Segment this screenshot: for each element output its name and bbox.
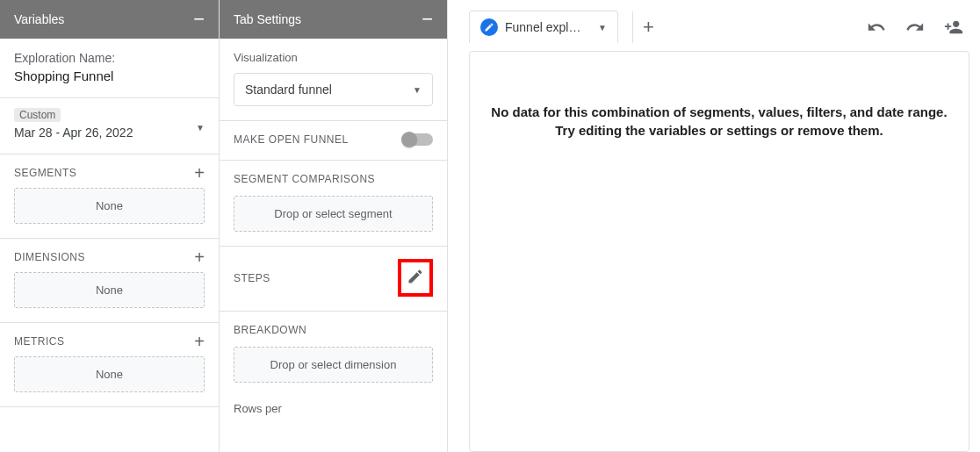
visualization-select[interactable]: Standard funnel ▼ <box>234 73 433 106</box>
exploration-name-label: Exploration Name: <box>14 51 205 65</box>
date-range-picker[interactable]: Custom Mar 28 - Apr 26, 2022 ▼ <box>0 98 219 154</box>
open-funnel-toggle[interactable] <box>403 133 433 146</box>
add-metric-button[interactable]: + <box>194 335 205 348</box>
date-custom-badge: Custom <box>14 108 61 122</box>
variables-panel: Variables − Exploration Name: Shopping F… <box>0 0 220 452</box>
visualization-value: Standard funnel <box>245 83 332 97</box>
exploration-name-value: Shopping Funnel <box>14 68 205 83</box>
visualization-section: Visualization Standard funnel ▼ <box>220 39 447 121</box>
dimensions-label: DIMENSIONS <box>14 251 85 263</box>
pencil-icon <box>407 268 424 285</box>
tab-pencil-icon <box>480 18 498 36</box>
redo-icon <box>905 18 925 37</box>
dimensions-dropzone[interactable]: None <box>14 272 205 308</box>
undo-button[interactable] <box>861 11 892 43</box>
date-range-value: Mar 28 - Apr 26, 2022 <box>14 126 205 140</box>
chevron-down-icon: ▼ <box>598 23 607 32</box>
redo-button[interactable] <box>899 11 931 43</box>
rows-per-label: Rows per <box>220 390 447 419</box>
metrics-label: METRICS <box>14 335 65 348</box>
variables-title: Variables <box>14 12 64 26</box>
dimensions-section: DIMENSIONS + None <box>0 239 219 323</box>
visualization-label: Visualization <box>234 51 433 64</box>
tab-settings-header: Tab Settings − <box>220 0 447 39</box>
breakdown-label: BREAKDOWN <box>234 324 433 336</box>
chevron-down-icon: ▼ <box>196 123 205 133</box>
steps-label: STEPS <box>234 272 270 284</box>
add-dimension-button[interactable]: + <box>194 251 205 263</box>
share-button[interactable] <box>938 11 969 43</box>
edit-steps-highlight <box>398 259 433 297</box>
tab-label: Funnel explor… <box>505 20 586 34</box>
segment-comparisons-dropzone[interactable]: Drop or select segment <box>234 196 433 232</box>
tab-settings-title: Tab Settings <box>234 12 301 26</box>
steps-section: STEPS <box>220 247 447 312</box>
open-funnel-section: MAKE OPEN FUNNEL <box>220 121 447 161</box>
metrics-dropzone[interactable]: None <box>14 356 205 392</box>
exploration-name-block[interactable]: Exploration Name: Shopping Funnel <box>0 39 219 98</box>
segments-section: SEGMENTS + None <box>0 154 219 239</box>
tab-settings-panel: Tab Settings − Visualization Standard fu… <box>220 0 448 452</box>
add-tab-button[interactable]: + <box>632 11 664 43</box>
main-header: Funnel explor… ▼ + <box>469 7 969 52</box>
segment-comparisons-section: SEGMENT COMPARISONS Drop or select segme… <box>220 161 447 247</box>
chevron-down-icon: ▼ <box>413 85 422 95</box>
open-funnel-label: MAKE OPEN FUNNEL <box>234 133 349 146</box>
person-add-icon <box>944 18 963 37</box>
segment-comparisons-label: SEGMENT COMPARISONS <box>234 173 433 185</box>
exploration-canvas: No data for this combination of segments… <box>469 51 969 452</box>
variables-header: Variables − <box>0 0 219 39</box>
add-segment-button[interactable]: + <box>194 167 205 179</box>
main-area: Funnel explor… ▼ + No data for this comb… <box>448 0 980 452</box>
exploration-tab[interactable]: Funnel explor… ▼ <box>469 11 618 43</box>
no-data-line1: No data for this combination of segments… <box>487 104 951 119</box>
collapse-tab-settings-icon[interactable]: − <box>422 15 433 24</box>
segments-dropzone[interactable]: None <box>14 188 205 224</box>
no-data-line2: Try editing the variables or settings or… <box>487 123 951 138</box>
segments-label: SEGMENTS <box>14 167 76 179</box>
collapse-variables-icon[interactable]: − <box>193 15 205 24</box>
undo-icon <box>867 18 886 37</box>
breakdown-section: BREAKDOWN Drop or select dimension <box>220 312 447 390</box>
edit-steps-button[interactable] <box>407 268 424 288</box>
metrics-section: METRICS + None <box>0 323 219 407</box>
breakdown-dropzone[interactable]: Drop or select dimension <box>234 347 433 383</box>
